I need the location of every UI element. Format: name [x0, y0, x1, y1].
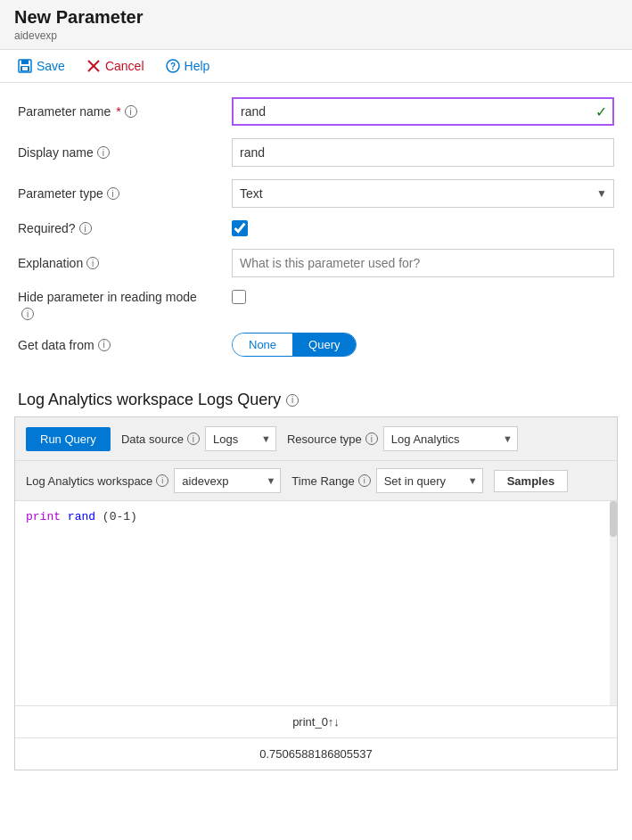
param-type-label: Parameter type i: [18, 186, 232, 201]
code-editor[interactable]: print rand (0-1): [15, 501, 617, 706]
save-button[interactable]: Save: [14, 57, 69, 75]
workspace-row: Log Analytics workspace i aidevexp ▼ Tim…: [15, 461, 617, 501]
param-name-input[interactable]: [232, 97, 614, 126]
page-subtitle: aidevexp: [14, 29, 618, 42]
code-args: (0-1): [103, 510, 137, 523]
hide-param-info-row: i: [18, 308, 614, 320]
page-title: New Parameter: [14, 7, 618, 28]
get-data-info-icon: i: [98, 339, 111, 351]
help-label: Help: [185, 59, 210, 73]
code-scrollbar-thumb: [610, 501, 617, 537]
cancel-button[interactable]: Cancel: [83, 57, 148, 75]
help-icon: ?: [166, 59, 180, 73]
explanation-label: Explanation i: [18, 256, 232, 270]
workspace-info-icon: i: [156, 474, 168, 487]
param-name-row: Parameter name * i ✓: [18, 97, 614, 126]
save-label: Save: [37, 59, 65, 73]
get-data-label: Get data from i: [18, 338, 232, 352]
cancel-label: Cancel: [105, 59, 144, 73]
results-area: print_0↑↓ 0.7506588186805537: [15, 706, 617, 770]
run-query-button[interactable]: Run Query: [26, 427, 111, 451]
hide-param-label: Hide parameter in reading mode: [18, 290, 232, 304]
explanation-row: Explanation i: [18, 249, 614, 277]
param-type-select[interactable]: Text Integer Float Boolean Date/Time: [232, 179, 614, 208]
resource-type-select-wrapper: Log Analytics Application Insights ▼: [383, 426, 518, 451]
help-button[interactable]: ? Help: [162, 57, 214, 75]
time-range-select[interactable]: Set in query Last hour Last 24 hours: [376, 468, 483, 493]
display-name-row: Display name i: [18, 138, 614, 167]
svg-rect-3: [22, 67, 28, 70]
param-name-label: Parameter name * i: [18, 104, 232, 119]
code-scrollbar-track[interactable]: [610, 501, 617, 705]
time-range-label: Time Range i: [291, 474, 370, 488]
resource-type-label: Resource type i: [287, 432, 378, 446]
query-section-title: Log Analytics workspace Logs Query i: [0, 383, 632, 416]
samples-button[interactable]: Samples: [494, 470, 568, 492]
svg-rect-1: [21, 60, 29, 64]
data-source-info-icon: i: [187, 432, 200, 445]
hide-param-row: Hide parameter in reading mode: [18, 290, 614, 304]
toggle-none-button[interactable]: None: [233, 334, 292, 356]
save-icon: [18, 59, 32, 73]
time-range-info-icon: i: [358, 474, 371, 487]
get-data-toggle-group: None Query: [232, 333, 357, 357]
data-source-group: Data source i Logs Metrics ▼: [121, 426, 276, 451]
resource-type-select[interactable]: Log Analytics Application Insights: [383, 426, 518, 451]
required-star: *: [116, 104, 120, 119]
code-keyword: print: [26, 510, 61, 523]
required-row: Required? i: [18, 220, 614, 236]
workspace-select[interactable]: aidevexp: [174, 468, 281, 493]
hide-param-checkbox[interactable]: [232, 290, 246, 304]
explanation-input[interactable]: [232, 249, 614, 277]
time-range-group: Time Range i Set in query Last hour Last…: [291, 468, 482, 493]
time-range-select-wrapper: Set in query Last hour Last 24 hours ▼: [376, 468, 483, 493]
param-name-info-icon: i: [125, 105, 137, 118]
hide-param-sub-info-icon: i: [21, 308, 34, 320]
resource-type-group: Resource type i Log Analytics Applicatio…: [287, 426, 518, 451]
toolbar: Save Cancel ? Help: [0, 50, 632, 83]
workspace-label: Log Analytics workspace i: [26, 474, 168, 488]
svg-text:?: ?: [169, 62, 175, 71]
data-source-select[interactable]: Logs Metrics: [205, 426, 276, 451]
query-section: Run Query Data source i Logs Metrics ▼ R…: [14, 416, 618, 770]
display-name-info-icon: i: [97, 146, 110, 159]
get-data-row: Get data from i None Query: [18, 333, 614, 357]
validated-checkmark-icon: ✓: [595, 103, 607, 120]
cancel-icon: [86, 59, 101, 73]
workspace-select-wrapper: aidevexp ▼: [174, 468, 281, 493]
required-checkbox[interactable]: [232, 220, 248, 236]
top-bar: New Parameter aidevexp: [0, 0, 632, 50]
data-source-select-wrapper: Logs Metrics ▼: [205, 426, 276, 451]
results-value: 0.7506588186805537: [15, 738, 617, 770]
explanation-info-icon: i: [86, 257, 99, 269]
query-toolbar: Run Query Data source i Logs Metrics ▼ R…: [15, 417, 617, 461]
toggle-query-button[interactable]: Query: [292, 334, 356, 356]
display-name-input[interactable]: [232, 138, 614, 167]
required-info-icon: i: [79, 222, 92, 235]
display-name-label: Display name i: [18, 145, 232, 160]
resource-type-info-icon: i: [365, 432, 378, 445]
data-source-label: Data source i: [121, 432, 200, 446]
query-section-info-icon: i: [286, 394, 299, 407]
code-func: rand: [68, 510, 95, 523]
param-type-row: Parameter type i Text Integer Float Bool…: [18, 179, 614, 208]
required-label: Required? i: [18, 221, 232, 235]
workspace-group: Log Analytics workspace i aidevexp ▼: [26, 468, 281, 493]
results-header: print_0↑↓: [15, 706, 617, 738]
param-type-info-icon: i: [107, 187, 119, 200]
